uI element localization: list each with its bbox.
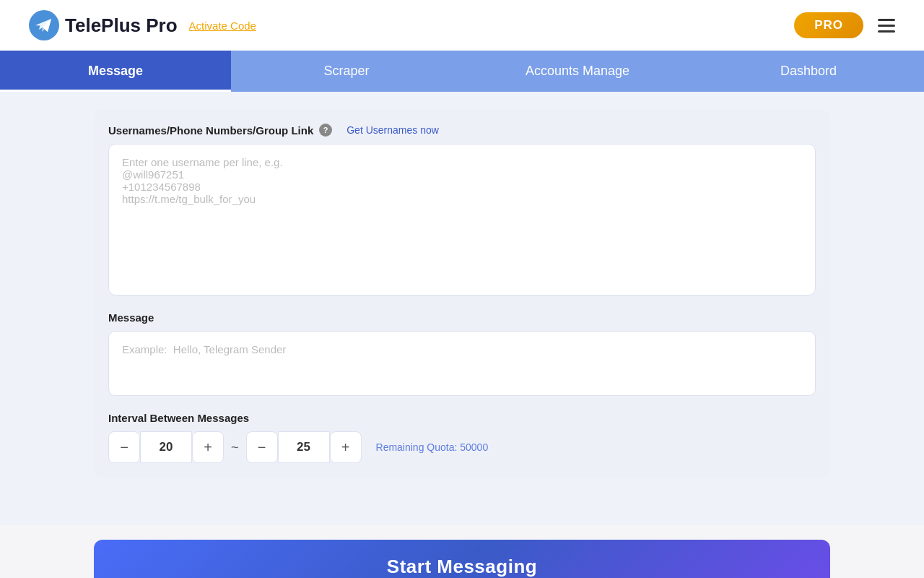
help-icon: ? — [319, 124, 332, 137]
activate-code-link[interactable]: Activate Code — [189, 20, 256, 32]
message-input[interactable] — [108, 331, 816, 396]
header-right: PRO — [794, 12, 895, 38]
tab-dashbord[interactable]: Dashbord — [693, 51, 924, 92]
get-usernames-link[interactable]: Get Usernames now — [346, 124, 439, 136]
logo-area: TelePlus Pro — [29, 10, 178, 40]
start-messaging-button[interactable]: Start Messaging — [94, 540, 830, 578]
main-content: Usernames/Phone Numbers/Group Link ? Get… — [0, 92, 924, 525]
interval-min-increase-button[interactable]: + — [192, 431, 224, 463]
form-card: Usernames/Phone Numbers/Group Link ? Get… — [94, 109, 830, 478]
usernames-input[interactable] — [108, 144, 816, 296]
interval-label: Interval Between Messages — [108, 412, 816, 424]
interval-tilde: ~ — [224, 440, 246, 455]
quota-text: Remaining Quota: 50000 — [376, 441, 489, 453]
interval-controls: − 20 + ~ − 25 + Remaining Quota: 50000 — [108, 431, 816, 463]
header: TelePlus Pro Activate Code PRO — [0, 0, 924, 51]
interval-max-value: 25 — [278, 431, 330, 463]
usernames-label: Usernames/Phone Numbers/Group Link ? Get… — [108, 124, 816, 137]
pro-badge: PRO — [794, 12, 863, 38]
tab-message[interactable]: Message — [0, 51, 231, 92]
interval-min-decrease-button[interactable]: − — [108, 431, 140, 463]
nav-tabs: Message Scraper Accounts Manage Dashbord — [0, 51, 924, 92]
interval-max-decrease-button[interactable]: − — [246, 431, 278, 463]
message-label: Message — [108, 311, 816, 324]
logo-icon — [29, 10, 59, 40]
interval-section: Interval Between Messages − 20 + ~ − 25 … — [108, 412, 816, 463]
header-left: TelePlus Pro Activate Code — [29, 10, 256, 40]
logo-text: TelePlus Pro — [65, 14, 178, 37]
hamburger-menu-icon[interactable] — [878, 19, 895, 33]
tab-accounts-manage[interactable]: Accounts Manage — [462, 51, 693, 92]
interval-max-increase-button[interactable]: + — [330, 431, 362, 463]
tab-scraper[interactable]: Scraper — [231, 51, 462, 92]
interval-min-value: 20 — [140, 431, 192, 463]
message-section: Message — [108, 311, 816, 399]
start-btn-wrapper: Start Messaging — [94, 540, 830, 578]
